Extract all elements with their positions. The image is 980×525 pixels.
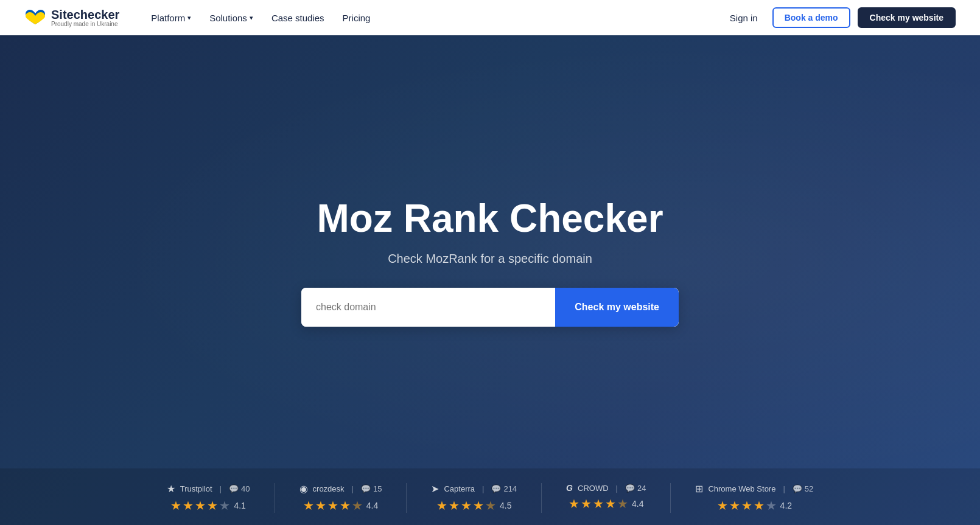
nav-solutions[interactable]: Solutions ▾ [202,9,261,27]
stars-trustpilot: ★ ★ ★ ★ ★ 4.1 [170,498,245,513]
hero-section: Moz Rank Checker Check MozRank for a spe… [0,0,980,525]
stars-capterra: ★ ★ ★ ★ ★ 4.5 [436,498,511,513]
hero-subtitle: Check MozRank for a specific domain [388,252,592,266]
navbar: Sitechecker Proudly made in Ukraine Plat… [0,0,980,35]
stars-crowd: ★ ★ ★ ★ ★ 4.4 [569,496,643,511]
rating-chrome: ⊞ Chrome Web Store | 💬 52 ★ ★ ★ ★ ★ 4.2 [671,483,838,513]
trustpilot-icon: ★ [167,483,175,495]
chrome-icon: ⊞ [695,483,703,495]
main-nav: Platform ▾ Solutions ▾ Case studies Pric… [144,9,723,27]
ratings-row: ★ Trustpilot | 💬 40 ★ ★ ★ ★ ★ 4.1 ◉ croz… [0,468,980,525]
chevron-down-icon: ▾ [187,14,191,22]
comment-icon: 💬 [793,484,802,493]
check-website-nav-button[interactable]: Check my website [858,7,956,28]
chevron-down-icon: ▾ [250,14,253,22]
logo-text: Sitechecker Proudly made in Ukraine [51,9,119,27]
comment-icon: 💬 [491,484,501,493]
rating-crowd: G CROWD | 💬 24 ★ ★ ★ ★ ★ 4.4 [542,483,671,513]
logo-icon [24,9,46,27]
nav-case-studies[interactable]: Case studies [264,9,332,27]
hero-title: Moz Rank Checker [317,197,663,240]
comment-icon: 💬 [625,484,635,493]
crozdesk-icon: ◉ [299,483,308,495]
stars-chrome: ★ ★ ★ ★ ★ 4.2 [717,498,792,513]
stars-crozdesk: ★ ★ ★ ★ ★ 4.4 [303,498,378,513]
capterra-icon: ➤ [431,483,439,495]
hero-content: Moz Rank Checker Check MozRank for a spe… [301,197,679,327]
check-website-hero-button[interactable]: Check my website [555,288,679,327]
book-demo-button[interactable]: Book a demo [772,7,850,28]
nav-pricing[interactable]: Pricing [335,9,378,27]
domain-input[interactable] [301,288,555,327]
search-box: Check my website [301,288,679,327]
logo-link[interactable]: Sitechecker Proudly made in Ukraine [24,9,119,27]
rating-trustpilot: ★ Trustpilot | 💬 40 ★ ★ ★ ★ ★ 4.1 [142,483,275,513]
comment-icon: 💬 [229,484,239,493]
nav-platform[interactable]: Platform ▾ [144,9,198,27]
rating-crozdesk: ◉ crozdesk | 💬 15 ★ ★ ★ ★ ★ 4.4 [275,483,407,513]
navbar-actions: Sign in Book a demo Check my website [723,7,956,28]
comment-icon: 💬 [361,484,371,493]
rating-capterra: ➤ Capterra | 💬 214 ★ ★ ★ ★ ★ 4.5 [407,483,542,513]
signin-button[interactable]: Sign in [723,9,765,27]
crowd-icon: G [566,483,573,493]
